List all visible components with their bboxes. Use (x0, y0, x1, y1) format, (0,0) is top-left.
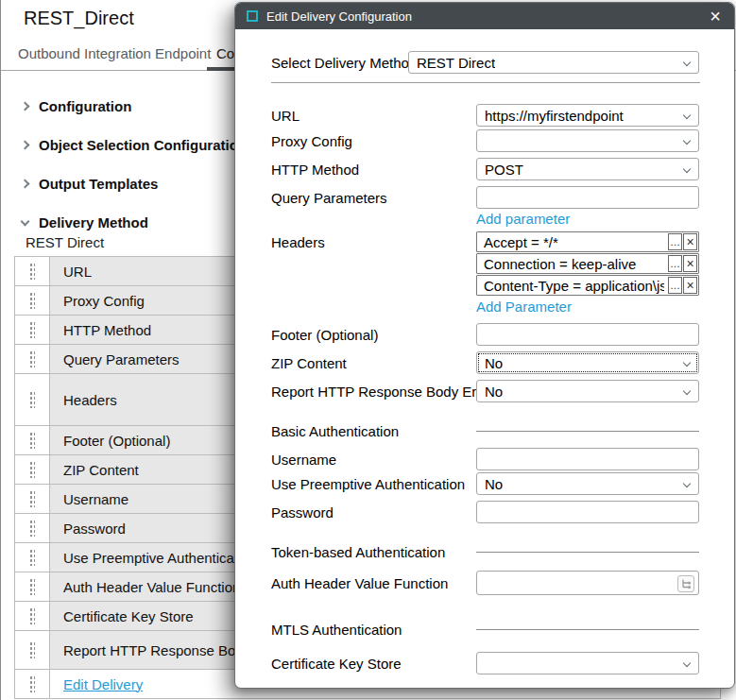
drag-handle[interactable] (15, 572, 50, 601)
grip-dots-icon (29, 607, 35, 624)
headers-label: Headers (271, 231, 476, 250)
report-http-response-body-error-label: Report HTTP Response Body Error (271, 384, 476, 400)
use-preemptive-authentication-combobox[interactable]: No (476, 472, 699, 495)
section-object-selection-configuration[interactable]: Object Selection Configuration (22, 126, 247, 164)
token-based-authentication-heading: Token-based Authentication (271, 544, 476, 560)
http-method-label: HTTP Method (271, 162, 476, 178)
certificate-key-store-combobox[interactable] (476, 652, 699, 674)
certificate-key-store-label: Certificate Key Store (271, 656, 476, 672)
close-icon[interactable]: × (708, 7, 723, 26)
drag-handle[interactable] (15, 455, 50, 484)
section-output-templates[interactable]: Output Templates (22, 164, 247, 203)
chevron-down-icon (683, 111, 691, 119)
grip-dots-icon (29, 350, 35, 367)
username-input[interactable] (476, 448, 699, 470)
http-method-value: POST (485, 162, 523, 178)
grip-dots-icon (29, 263, 35, 280)
grip-dots-icon (29, 432, 35, 449)
url-value: https://myfirstendpoint (485, 108, 624, 124)
edit-header-button[interactable]: … (668, 277, 682, 294)
remove-header-button[interactable]: × (683, 233, 697, 250)
section-list: Configuration Object Selection Configura… (22, 87, 247, 242)
add-header-link[interactable]: Add Parameter (476, 299, 572, 315)
mtls-authentication-heading: MTLS Authentication (271, 622, 476, 638)
select-delivery-method-combobox[interactable]: REST Direct (408, 51, 699, 74)
query-parameters-input[interactable] (476, 186, 699, 209)
separator (271, 82, 700, 83)
query-parameters-label: Query Parameters (271, 190, 476, 206)
report-http-response-body-error-combobox[interactable]: No (476, 380, 699, 402)
drag-handle[interactable] (15, 670, 50, 698)
tree-picker-icon (680, 578, 692, 589)
remove-header-button[interactable]: × (683, 255, 697, 272)
basic-authentication-heading: Basic Authentication (271, 423, 476, 439)
drag-handle[interactable] (15, 257, 50, 285)
dialog-body: Select Delivery Method REST Direct URL h… (235, 29, 734, 700)
chevron-down-icon (683, 359, 691, 367)
grip-dots-icon (29, 321, 35, 338)
header-value: Content-Type = application\json (484, 278, 664, 294)
drag-handle[interactable] (15, 286, 50, 315)
grip-dots-icon (29, 490, 35, 507)
drag-handle[interactable] (15, 543, 50, 572)
chevron-right-icon (21, 102, 30, 111)
grip-dots-icon (29, 520, 35, 537)
url-combobox[interactable]: https://myfirstendpoint (476, 104, 699, 127)
tab-outbound-integration-endpoint[interactable]: Outbound Integration Endpoint (18, 45, 211, 61)
drag-handle[interactable] (15, 316, 50, 344)
section-divider (476, 552, 699, 553)
grip-dots-icon (29, 578, 35, 595)
drag-handle[interactable] (15, 485, 50, 513)
url-label: URL (271, 108, 476, 124)
auth-header-value-function-label: Auth Header Value Function (271, 575, 476, 591)
remove-header-button[interactable]: × (683, 277, 697, 294)
chevron-down-icon (21, 216, 30, 226)
grip-dots-icon (29, 391, 35, 408)
drag-handle[interactable] (15, 631, 50, 669)
grip-dots-icon (29, 549, 35, 566)
auth-header-value-function-input[interactable] (476, 571, 699, 595)
zip-content-combobox[interactable]: No (476, 351, 699, 374)
use-preemptive-authentication-value: No (485, 476, 503, 492)
app-window: REST_Direct Outbound Integration Endpoin… (0, 0, 736, 700)
dialog-titlebar[interactable]: Edit Delivery Configuration × (235, 3, 734, 29)
password-input[interactable] (476, 501, 699, 523)
edit-header-button[interactable]: … (668, 255, 682, 272)
select-delivery-method-label: Select Delivery Method (271, 55, 408, 71)
section-configuration[interactable]: Configuration (22, 87, 247, 126)
add-parameter-link[interactable]: Add parameter (476, 211, 570, 227)
edit-header-button[interactable]: … (668, 233, 682, 250)
app-icon (247, 10, 258, 22)
select-delivery-method-value: REST Direct (417, 55, 495, 71)
function-picker-button[interactable] (677, 575, 694, 592)
drag-handle[interactable] (15, 374, 50, 425)
drag-handle[interactable] (15, 514, 50, 542)
chevron-down-icon (683, 480, 691, 487)
http-method-combobox[interactable]: POST (476, 158, 699, 180)
section-label: Delivery Method (39, 214, 148, 230)
drag-handle[interactable] (15, 345, 50, 373)
dialog-title: Edit Delivery Configuration (266, 9, 708, 24)
drag-handle[interactable] (15, 602, 50, 630)
drag-handle[interactable] (15, 426, 50, 454)
footer-optional-label: Footer (Optional) (271, 327, 476, 343)
header-item[interactable]: Connection = keep-alive … × (476, 253, 699, 274)
footer-input[interactable] (476, 323, 699, 346)
proxy-config-combobox[interactable] (476, 129, 699, 152)
report-http-response-body-error-value: No (485, 384, 503, 400)
header-item[interactable]: Accept = */* … × (476, 231, 699, 252)
page-title: REST_Direct (24, 8, 134, 29)
header-item[interactable]: Content-Type = application\json … × (476, 275, 699, 296)
delivery-type-label: REST Direct (26, 234, 104, 250)
section-divider (476, 431, 699, 432)
chevron-down-icon (683, 165, 691, 173)
section-label: Object Selection Configuration (39, 137, 247, 153)
edit-delivery-link[interactable]: Edit Delivery (63, 676, 143, 692)
chevron-right-icon (21, 179, 30, 189)
proxy-config-label: Proxy Config (271, 133, 476, 149)
chevron-right-icon (21, 141, 30, 150)
header-value: Accept = */* (484, 234, 558, 250)
grip-dots-icon (29, 461, 35, 478)
use-preemptive-authentication-label: Use Preemptive Authentication (271, 476, 476, 492)
chevron-down-icon (683, 137, 691, 145)
